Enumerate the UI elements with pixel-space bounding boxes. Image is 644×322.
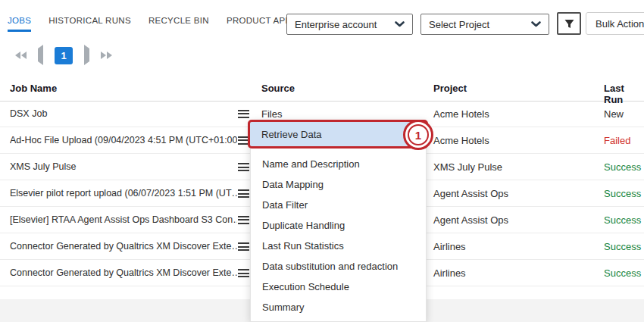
menu-item-data-filter[interactable]: Data Filter [251, 195, 426, 215]
tab-recycle-bin[interactable]: RECYCLE BIN [148, 16, 209, 30]
status-badge: Success [604, 267, 641, 279]
account-dropdown-value: Enterprise account [295, 19, 377, 30]
menu-item-label: Retrieve Data [261, 129, 321, 140]
column-header-source: Source [261, 83, 295, 94]
last-run-value: Success [604, 241, 641, 252]
row-menu-icon[interactable] [238, 216, 249, 224]
project-value: Acme Hotels [433, 135, 489, 146]
menu-item-data-mapping[interactable]: Data Mapping [251, 174, 426, 195]
status-badge: Failed [604, 135, 630, 146]
menu-item-name-and-description[interactable]: Name and Description [251, 154, 426, 174]
last-run-value: Success [604, 214, 641, 226]
row-menu-icon[interactable] [238, 242, 249, 251]
project-dropdown[interactable]: Select Project [420, 14, 549, 35]
last-run-value: Success [604, 188, 641, 199]
column-header-job-name: Job Name [10, 83, 57, 94]
job-name: DSX Job [10, 108, 237, 119]
row-menu-icon[interactable] [238, 269, 249, 277]
annotation-step-number: 1 [408, 124, 429, 145]
project-value: Airlines [433, 267, 466, 279]
menu-item-data-substitution-and-redaction[interactable]: Data substitution and redaction [251, 256, 426, 277]
tab-jobs[interactable]: JOBS [8, 16, 31, 32]
status-badge: Success [604, 241, 641, 252]
annotation-step-badge: 1 [403, 120, 433, 150]
job-name: [Elsevier] RTAA Agent Assist Ops Dashboa… [10, 214, 237, 225]
current-page-button[interactable]: 1 [55, 47, 73, 64]
job-name: Ad-Hoc File Upload (09/04/2023 4:51 PM (… [10, 135, 237, 145]
job-name: Elsevier pilot report upload (06/07/2023… [10, 188, 237, 199]
chevron-down-icon [395, 21, 405, 27]
job-name: Connector Generated by Qualtrics XM Disc… [10, 267, 237, 278]
status-badge: Success [604, 188, 641, 199]
last-run-value: Success [604, 267, 641, 279]
project-value: Acme Hotels [433, 108, 489, 120]
last-run-value: Success [604, 161, 641, 173]
next-page-icon[interactable] [84, 48, 89, 62]
menu-items: Name and Description Data Mapping Data F… [251, 150, 426, 317]
source-value: Files [261, 108, 282, 120]
project-value: Agent Assist Ops [433, 214, 508, 226]
bulk-actions-label: Bulk Actions [596, 18, 644, 30]
menu-item-retrieve-data[interactable]: Retrieve Data [248, 120, 428, 148]
project-value: Airlines [433, 241, 466, 252]
job-context-menu: Name and Description Data Mapping Data F… [250, 120, 427, 322]
table-header: Job Name Source Project Last Run [0, 80, 644, 102]
pagination: 1 [15, 46, 112, 64]
filter-button[interactable] [557, 12, 581, 35]
row-menu-icon[interactable] [238, 189, 249, 198]
menu-item-execution-schedule[interactable]: Execution Schedule [251, 277, 426, 297]
account-dropdown[interactable]: Enterprise account [286, 14, 413, 35]
project-value: XMS July Pulse [433, 161, 502, 173]
status-badge: Success [604, 161, 641, 173]
chevron-down-icon [531, 21, 541, 27]
project-dropdown-value: Select Project [429, 19, 489, 30]
row-menu-icon[interactable] [238, 163, 249, 171]
row-menu-icon[interactable] [238, 110, 249, 118]
funnel-icon [564, 18, 575, 30]
last-run-value: New [604, 108, 624, 120]
menu-item-last-run-statistics[interactable]: Last Run Statistics [251, 236, 426, 256]
status-badge: Success [604, 214, 641, 226]
status-badge: New [604, 108, 624, 120]
menu-item-summary[interactable]: Summary [251, 297, 426, 317]
last-page-icon[interactable] [101, 52, 112, 59]
column-header-project: Project [433, 83, 467, 94]
previous-page-icon[interactable] [38, 48, 43, 62]
first-page-icon[interactable] [15, 52, 27, 59]
top-tab-bar: JOBS HISTORICAL RUNS RECYCLE BIN PRODUCT… [8, 16, 321, 32]
job-name: Connector Generated by Qualtrics XM Disc… [10, 241, 237, 252]
tab-historical-runs[interactable]: HISTORICAL RUNS [48, 16, 131, 30]
project-value: Agent Assist Ops [433, 188, 508, 199]
bulk-actions-button[interactable]: Bulk Actions [586, 12, 644, 35]
menu-item-duplicate-handling[interactable]: Duplicate Handling [251, 215, 426, 236]
last-run-value: Failed [604, 135, 630, 146]
jobs-page: JOBS HISTORICAL RUNS RECYCLE BIN PRODUCT… [0, 0, 644, 322]
job-name: XMS July Pulse [10, 161, 237, 172]
